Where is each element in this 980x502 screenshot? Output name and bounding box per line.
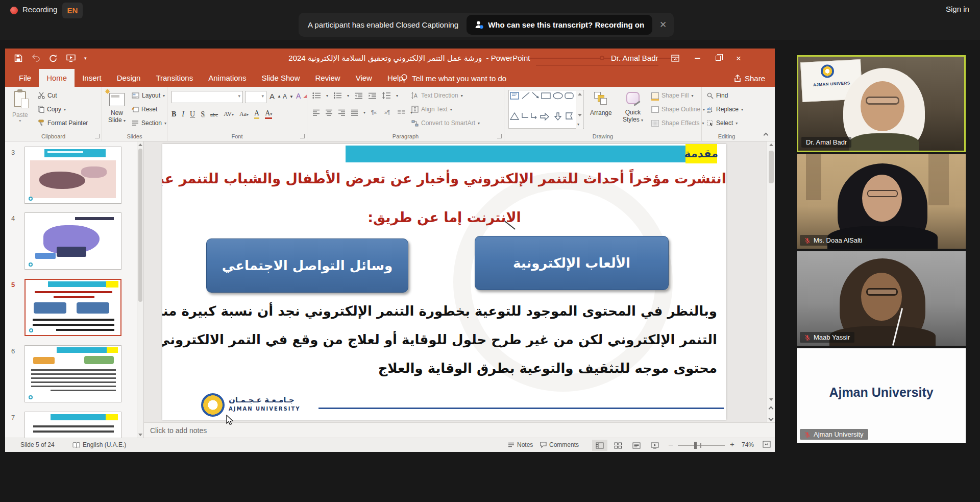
character-spacing-button[interactable]: AV▾: [224, 110, 234, 118]
collapse-ribbon-icon[interactable]: [764, 133, 769, 138]
scroll-down-icon[interactable]: [138, 434, 142, 436]
justify-icon[interactable]: [351, 109, 358, 116]
shapes-scroll-down-icon[interactable]: [578, 114, 582, 116]
bold-button[interactable]: B: [172, 110, 176, 118]
redo-icon[interactable]: [49, 54, 58, 63]
interpretation-language-badge[interactable]: EN: [62, 3, 83, 18]
increase-indent-icon[interactable]: [368, 92, 377, 99]
paste-button[interactable]: Paste ▾: [12, 91, 28, 123]
tab-slideshow[interactable]: Slide Show: [254, 69, 307, 87]
align-text-button[interactable]: Align Text▾: [411, 106, 452, 113]
close-window-icon[interactable]: ×: [736, 54, 741, 63]
video-tile-ms-doaa-alsalti[interactable]: Ms. Doaa AlSalti: [797, 154, 966, 249]
decrease-indent-icon[interactable]: [354, 92, 363, 99]
minimize-icon[interactable]: [695, 58, 700, 59]
font-size-combo[interactable]: [245, 91, 266, 103]
notes-placeholder[interactable]: Click to add notes: [150, 426, 207, 435]
slideshow-view-button[interactable]: [647, 440, 663, 451]
comments-toggle[interactable]: Comments: [540, 441, 579, 448]
reading-view-button[interactable]: [629, 440, 644, 451]
language-status[interactable]: English (U.A.E.): [72, 441, 126, 448]
numbering-icon[interactable]: [333, 92, 342, 99]
customize-qat-icon[interactable]: ▾: [84, 56, 87, 61]
clear-formatting-button[interactable]: A◢: [296, 92, 307, 100]
shape-fill-button[interactable]: Shape Fill▾: [651, 92, 693, 99]
italic-button[interactable]: I: [182, 110, 184, 118]
tab-view[interactable]: View: [348, 69, 380, 87]
align-center-icon[interactable]: [325, 109, 333, 116]
layout-button[interactable]: Layout▾: [132, 92, 165, 99]
tab-animations[interactable]: Animations: [201, 69, 254, 87]
scrollbar-thumb[interactable]: [138, 149, 142, 302]
thumbnail-scrollbar[interactable]: [137, 141, 143, 438]
next-slide-icon[interactable]: [769, 416, 774, 421]
zoom-level[interactable]: 74%: [742, 441, 754, 448]
restore-icon[interactable]: [716, 56, 721, 61]
normal-view-button[interactable]: [592, 440, 607, 451]
shrink-font-button[interactable]: A▼: [283, 93, 293, 100]
reset-button[interactable]: Reset: [132, 106, 157, 113]
share-button[interactable]: Share: [734, 74, 765, 83]
thumbnail-slide-6[interactable]: [24, 345, 121, 402]
tab-insert[interactable]: Insert: [75, 69, 109, 87]
highlight-color-button[interactable]: A: [254, 109, 259, 119]
tab-design[interactable]: Design: [109, 69, 149, 87]
scroll-down-icon[interactable]: [769, 398, 773, 401]
account-name[interactable]: Dr. Amal Badr: [611, 54, 658, 62]
quick-styles-button[interactable]: Quick Styles ▾: [623, 92, 643, 123]
align-right-icon[interactable]: [338, 109, 346, 116]
paragraph-dialog-launcher[interactable]: [497, 134, 502, 138]
zoom-slider-handle[interactable]: [694, 442, 697, 449]
format-painter-button[interactable]: Format Painter: [38, 119, 88, 127]
shape-outline-button[interactable]: Shape Outline▾: [651, 106, 705, 113]
grow-font-button[interactable]: A▲: [270, 92, 281, 101]
font-name-combo[interactable]: [172, 91, 243, 103]
section-button[interactable]: Section▾: [132, 119, 166, 127]
video-tile-dr-amal-badr[interactable]: AJMAN UNIVERS Dr. Amal Badr: [797, 55, 966, 152]
clipboard-dialog-launcher[interactable]: [95, 134, 100, 138]
video-tile-maab-yassir[interactable]: Maab Yassir: [797, 251, 966, 346]
ribbon-display-options-icon[interactable]: [671, 55, 679, 62]
tab-home[interactable]: Home: [39, 69, 75, 87]
line-spacing-icon[interactable]: [382, 92, 391, 99]
thumbnail-slide-4[interactable]: [24, 212, 121, 270]
convert-smartart-button[interactable]: Convert to SmartArt▾: [411, 119, 480, 127]
underline-button[interactable]: U: [190, 110, 195, 118]
ltr-direction-icon[interactable]: ¶«: [371, 109, 379, 116]
undo-icon[interactable]: [31, 54, 40, 62]
change-case-button[interactable]: Aa▾: [239, 110, 249, 118]
zoom-in-button[interactable]: +: [730, 440, 734, 448]
rtl-direction-icon[interactable]: »¶: [384, 109, 392, 116]
video-tile-ajman-university[interactable]: Ajman University Ajman University: [797, 348, 966, 443]
text-direction-button[interactable]: A Text Direction▾: [411, 92, 463, 99]
copy-button[interactable]: Copy▾: [38, 106, 66, 113]
tab-transitions[interactable]: Transitions: [148, 69, 201, 87]
close-icon[interactable]: ✕: [659, 19, 667, 30]
notes-toggle[interactable]: Notes: [508, 441, 533, 448]
shapes-scroll-up-icon[interactable]: [578, 93, 582, 95]
zoom-out-button[interactable]: –: [669, 440, 673, 448]
scroll-up-icon[interactable]: [769, 144, 773, 146]
previous-slide-icon[interactable]: [769, 407, 774, 412]
text-shadow-button[interactable]: S: [201, 110, 205, 118]
fit-to-window-button[interactable]: [763, 441, 771, 448]
shapes-more-icon[interactable]: ▾: [577, 122, 579, 127]
slide-canvas[interactable]: مقدمة انتشرت مؤخراً أحداث للتنمر الإلكتر…: [162, 144, 726, 420]
font-dialog-launcher[interactable]: [300, 134, 305, 138]
find-button[interactable]: Find: [707, 92, 728, 99]
strikethrough-button[interactable]: abc: [210, 111, 218, 117]
tab-review[interactable]: Review: [307, 69, 348, 87]
bullets-icon[interactable]: [312, 92, 321, 99]
align-left-icon[interactable]: [312, 109, 320, 116]
zoom-slider-track[interactable]: [678, 445, 725, 446]
tell-me-box[interactable]: Tell me what you want to do: [401, 74, 506, 83]
slide-sorter-view-button[interactable]: [610, 440, 626, 451]
replace-button[interactable]: abac Replace▾: [707, 106, 743, 113]
arrange-button[interactable]: Arrange: [590, 92, 612, 116]
tab-file[interactable]: File: [11, 69, 39, 87]
cut-button[interactable]: Cut: [38, 92, 57, 99]
slide-scrollbar[interactable]: [767, 141, 775, 422]
transcript-visibility-button[interactable]: Who can see this transcript? Recording o…: [467, 15, 652, 35]
scroll-up-icon[interactable]: [138, 144, 142, 146]
columns-icon[interactable]: [397, 109, 405, 116]
